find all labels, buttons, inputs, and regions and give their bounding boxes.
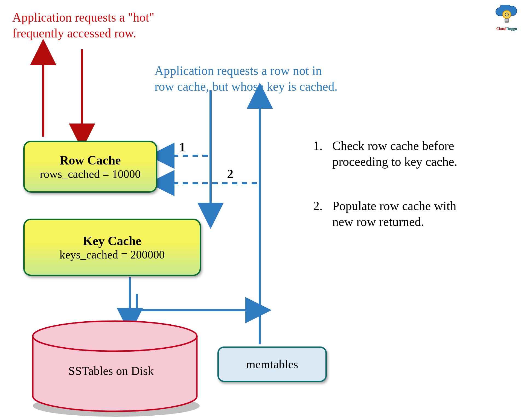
- row-cache-title: Row Cache: [25, 153, 156, 168]
- caption-key-cached: Application requests a row not in row ca…: [155, 63, 337, 94]
- logo-text-left: Cloud: [496, 27, 506, 31]
- cloud-bulb-icon: [494, 5, 519, 27]
- memtables-box: memtables: [217, 346, 327, 382]
- caption-hot-row: Application requests a "hot" frequently …: [12, 10, 154, 41]
- memtables-label: memtables: [246, 357, 298, 371]
- row-cache-box: Row Cache rows_cached = 10000: [23, 141, 157, 193]
- key-cache-title: Key Cache: [25, 234, 200, 248]
- step-list-2-text: Populate row cache with new row returned…: [332, 198, 456, 230]
- sstables-label: SSTables on Disk: [68, 363, 154, 378]
- step-list-2-number: 2.: [313, 198, 323, 214]
- brand-logo: CloudDuggu: [492, 5, 522, 31]
- logo-text-right: Duggu: [506, 27, 517, 31]
- step-list-1-text: Check row cache before proceeding to key…: [332, 138, 457, 169]
- svg-rect-4: [505, 19, 509, 22]
- step-list-1-number: 1.: [313, 138, 323, 154]
- row-cache-sub: rows_cached = 10000: [25, 168, 156, 181]
- step-marker-2: 2: [227, 166, 233, 182]
- diagram-canvas: Application requests a "hot" frequently …: [0, 0, 530, 420]
- key-cache-box: Key Cache keys_cached = 200000: [23, 219, 201, 276]
- step-marker-1: 1: [179, 139, 185, 155]
- key-cache-sub: keys_cached = 200000: [25, 248, 200, 261]
- svg-point-2: [503, 10, 511, 19]
- svg-point-1: [33, 321, 197, 351]
